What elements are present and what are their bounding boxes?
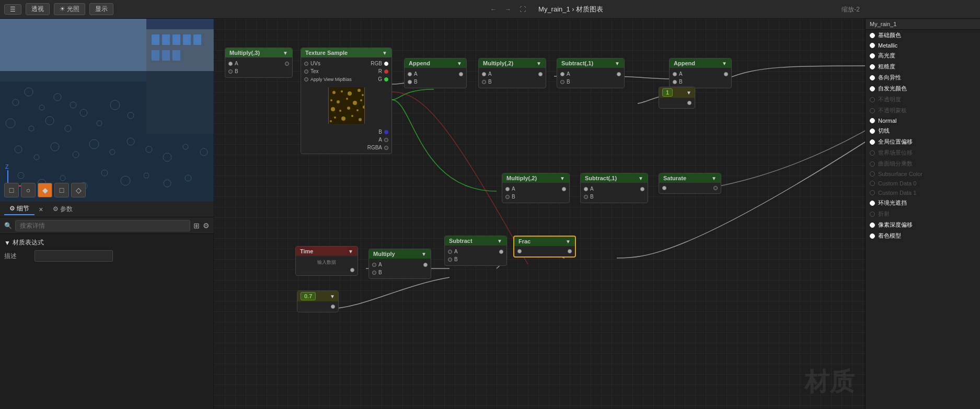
radio-specular[interactable]	[870, 53, 875, 59]
node-multiply-plain[interactable]: Multiply ▼ A B	[368, 249, 431, 279]
nav-back[interactable]: ←	[490, 6, 497, 13]
radio-tessellation[interactable]	[870, 161, 875, 167]
port-out-app2[interactable]	[724, 72, 728, 76]
port-in-a-app2[interactable]	[673, 72, 677, 76]
radio-opacity[interactable]	[870, 97, 875, 102]
port-in-b-m3[interactable]	[228, 69, 233, 74]
node-subtract1b[interactable]: Subtract(,1) ▼ A B	[580, 173, 648, 203]
port-out-m3[interactable]	[285, 62, 289, 66]
radio-base-color[interactable]	[870, 33, 875, 38]
port-out-s1a[interactable]	[617, 72, 621, 76]
node-dropdown-mult2b[interactable]: ▼	[560, 176, 565, 181]
node-dropdown-mult-plain[interactable]: ▼	[421, 251, 426, 257]
port-in-a-sp[interactable]	[448, 250, 452, 254]
port-out-m2a[interactable]	[538, 72, 543, 76]
right-item-tangent[interactable]: 切线	[866, 125, 980, 136]
node-dropdown-saturate[interactable]: ▼	[711, 176, 717, 181]
port-in-frac[interactable]	[517, 249, 522, 253]
right-item-shading-model[interactable]: 着色模型	[866, 230, 980, 241]
right-item-world-displace[interactable]: 世界场景位移	[866, 147, 980, 158]
right-item-normal[interactable]: Normal	[866, 116, 980, 125]
port-in-b-mp[interactable]	[372, 271, 376, 275]
right-item-ao[interactable]: 环境光遮挡	[866, 197, 980, 208]
radio-ao[interactable]	[870, 201, 875, 206]
tab-detail[interactable]: ⚙ 细节	[4, 203, 34, 215]
port-out-b[interactable]	[384, 130, 388, 134]
node-dropdown-frac[interactable]: ▼	[566, 239, 571, 244]
right-item-base-color[interactable]: 基础颜色	[866, 30, 980, 41]
right-item-opacity-mask[interactable]: 不透明蒙板	[866, 105, 980, 116]
radio-world-offset[interactable]	[870, 139, 875, 145]
port-in-b-m2a[interactable]	[482, 80, 486, 84]
view-diamond-btn[interactable]: ◇	[71, 183, 86, 197]
radio-normal[interactable]	[870, 118, 875, 123]
port-out-app1[interactable]	[459, 72, 463, 76]
port-out-val1[interactable]	[687, 101, 691, 105]
node-append1[interactable]: Append ▼ A B	[404, 58, 467, 88]
right-item-subsurface[interactable]: Subsurface Color	[866, 169, 980, 179]
node-graph[interactable]: Multiply(,3) ▼ A B	[214, 19, 865, 409]
view-box-btn[interactable]: □	[4, 183, 19, 197]
port-out-rgba[interactable]	[384, 146, 388, 150]
node-dropdown-sub1b[interactable]: ▼	[638, 176, 643, 181]
radio-shading-model[interactable]	[870, 233, 875, 239]
right-item-opacity[interactable]: 不透明度	[866, 94, 980, 105]
node-val1[interactable]: 1 ▼	[659, 87, 695, 109]
port-in-a-m2b[interactable]	[505, 187, 510, 191]
port-out-frac[interactable]	[568, 249, 572, 253]
port-in-b-s1a[interactable]	[560, 80, 564, 84]
radio-subsurface[interactable]	[870, 171, 875, 177]
port-out-mp[interactable]	[423, 263, 428, 267]
port-in-b-app2[interactable]	[673, 80, 677, 84]
port-out-m2b[interactable]	[562, 187, 566, 191]
node-dropdown-append2[interactable]: ▼	[722, 61, 727, 66]
node-multiply2a[interactable]: Multiply(,2) ▼ A B	[478, 58, 546, 88]
right-item-metallic[interactable]: Metallic	[866, 41, 980, 50]
node-val07[interactable]: 0.7 ▼	[297, 290, 339, 312]
port-out-sp[interactable]	[499, 250, 503, 254]
port-out-r[interactable]	[384, 69, 388, 74]
maximize-icon[interactable]: ⛶	[520, 6, 526, 13]
port-out-rgb[interactable]	[384, 62, 388, 66]
view-shape-btn[interactable]: □	[54, 183, 69, 197]
port-out-val07[interactable]	[331, 305, 335, 309]
port-in-a-s1b[interactable]	[584, 187, 588, 191]
node-time[interactable]: Time ▼ 输入数据	[295, 246, 358, 276]
node-dropdown-sub-plain[interactable]: ▼	[497, 238, 502, 244]
port-in-b-s1b[interactable]	[584, 195, 588, 199]
port-in-a-s1a[interactable]	[560, 72, 564, 76]
port-in-a-m3[interactable]	[228, 62, 233, 66]
radio-metallic[interactable]	[870, 43, 875, 48]
view-sphere-btn[interactable]: ○	[21, 183, 36, 197]
right-item-roughness[interactable]: 粗糙度	[866, 61, 980, 72]
node-dropdown-texture[interactable]: ▼	[382, 50, 387, 56]
right-item-specular[interactable]: 高光度	[866, 50, 980, 61]
port-in-uvs[interactable]	[304, 62, 308, 66]
port-in-sat[interactable]	[662, 186, 666, 190]
radio-refraction[interactable]	[870, 212, 875, 217]
radio-opacity-mask[interactable]	[870, 108, 875, 113]
node-frac[interactable]: Frac ▼	[513, 236, 576, 258]
search-input[interactable]	[15, 220, 190, 231]
node-dropdown-multiply3[interactable]: ▼	[283, 50, 288, 56]
nav-forward[interactable]: →	[505, 6, 511, 13]
node-dropdown-time[interactable]: ▼	[348, 249, 353, 254]
tab-params[interactable]: ⚙ 参数	[48, 204, 78, 215]
radio-emissive[interactable]	[870, 86, 875, 91]
node-dropdown-mult2a[interactable]: ▼	[536, 61, 541, 66]
right-item-pixel-depth[interactable]: 像素深度偏移	[866, 219, 980, 230]
port-in-a-m2a[interactable]	[482, 72, 486, 76]
port-in-a-app1[interactable]	[408, 72, 412, 76]
menu-button[interactable]: ☰	[4, 4, 21, 15]
right-item-tessellation[interactable]: 曲面细分乘数	[866, 158, 980, 169]
port-in-b-sp[interactable]	[448, 258, 452, 262]
port-in-a-mp[interactable]	[372, 263, 376, 267]
right-item-refraction[interactable]: 折射	[866, 208, 980, 219]
right-item-emissive[interactable]: 自发光颜色	[866, 83, 980, 94]
port-in-b-m2b[interactable]	[505, 195, 510, 199]
lighting-button[interactable]: ☀ 光照	[54, 3, 85, 15]
grid-icon[interactable]: ⊞	[193, 221, 200, 230]
radio-world-displace[interactable]	[870, 150, 875, 156]
radio-tangent[interactable]	[870, 128, 875, 134]
view-plane-btn[interactable]: ◆	[38, 183, 52, 197]
